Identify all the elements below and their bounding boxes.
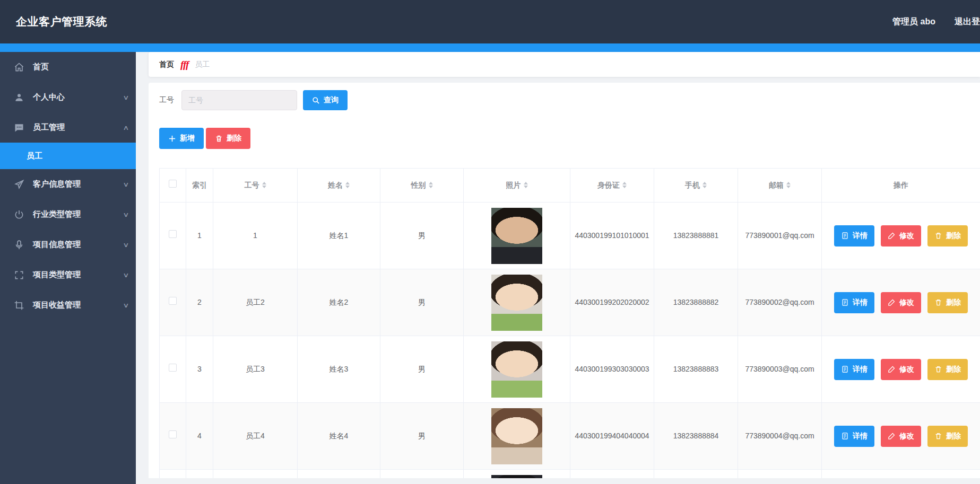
cell-id-card: 440300199202020002 (570, 269, 654, 336)
col-header-emp-no[interactable]: 工号 (213, 169, 298, 203)
cell-gender: 男 (380, 203, 464, 269)
col-header-gender[interactable]: 性别 (380, 169, 464, 203)
col-header-id-card[interactable]: 身份证 (570, 169, 654, 203)
chevron-down-icon: ∨ (123, 302, 129, 309)
cell-id-card: 440300199101010001 (570, 203, 654, 269)
sort-carets-icon[interactable] (703, 182, 707, 188)
row-checkbox[interactable] (169, 230, 177, 238)
delete-button[interactable]: 删除 (927, 292, 968, 313)
sort-carets-icon[interactable] (786, 182, 791, 188)
cell-phone: 13823888883 (654, 336, 738, 403)
cell-id-card: 440300199404040004 (570, 403, 654, 470)
table-toolbar: 新增 删除 (159, 128, 980, 149)
trash-icon (215, 135, 223, 143)
col-header-phone[interactable]: 手机 (654, 169, 738, 203)
detail-button[interactable]: 详情 (834, 359, 874, 380)
col-header-actions: 操作 (822, 169, 980, 203)
cell-select (160, 336, 186, 403)
document-icon (841, 432, 849, 440)
send-icon (14, 179, 24, 190)
current-user-label: 管理员 abo (892, 16, 935, 28)
cell-photo (464, 470, 570, 479)
sidebar-subitem-label: 员工 (27, 151, 42, 161)
sidebar-item-label: 员工管理 (33, 122, 65, 133)
sort-carets-icon[interactable] (429, 182, 433, 188)
cell-email: 773890003@qq.com (738, 336, 822, 403)
cell-gender: 男 (380, 269, 464, 336)
detail-button[interactable]: 详情 (834, 225, 874, 247)
sidebar-item-customer-info[interactable]: 客户信息管理∨ (0, 169, 136, 199)
select-all-checkbox[interactable] (169, 180, 177, 188)
table-row (160, 470, 980, 479)
col-header-select (160, 169, 186, 203)
delete-button[interactable]: 删除 (927, 426, 968, 447)
sidebar-menu: 首页个人中心∨员工管理∧员工客户信息管理∨行业类型管理∨项目信息管理∨项目类型管… (0, 52, 136, 484)
cell-photo (464, 403, 570, 470)
logout-link[interactable]: 退出登录 (955, 16, 980, 28)
empno-search-input[interactable] (181, 90, 297, 110)
sidebar-item-profile[interactable]: 个人中心∨ (0, 82, 136, 112)
cell-emp-no: 员工4 (213, 403, 298, 470)
chevron-down-icon: ∨ (123, 271, 129, 279)
sort-carets-icon[interactable] (345, 182, 350, 188)
main-area: 首页 fff 员工 工号 查询 新增 删除 (136, 52, 980, 484)
pen-icon (888, 232, 896, 240)
add-button[interactable]: 新增 (159, 128, 204, 149)
pen-icon (888, 365, 896, 373)
sidebar-item-home[interactable]: 首页 (0, 52, 136, 82)
crop-icon (14, 300, 24, 311)
cell-phone: 13823888881 (654, 203, 738, 269)
delete-button[interactable]: 删除 (927, 225, 968, 247)
sort-carets-icon[interactable] (524, 182, 528, 188)
cell-id-card (570, 470, 654, 479)
cell-actions: 详情修改删除 (822, 403, 980, 470)
breadcrumb-home[interactable]: 首页 (159, 60, 174, 69)
row-checkbox[interactable] (169, 364, 177, 372)
delete-button[interactable]: 删除 (927, 359, 968, 380)
cell-emp-no: 1 (213, 203, 298, 269)
sidebar-item-industry-type[interactable]: 行业类型管理∨ (0, 199, 136, 230)
cell-name: 姓名4 (298, 403, 380, 470)
trash-icon (934, 432, 942, 440)
batch-delete-button[interactable]: 删除 (206, 128, 250, 149)
sidebar-item-label: 项目收益管理 (33, 300, 81, 310)
cell-photo (464, 269, 570, 336)
sort-carets-icon[interactable] (622, 182, 627, 188)
col-header-name[interactable]: 姓名 (298, 169, 380, 203)
cell-photo (464, 203, 570, 269)
home-icon (14, 62, 24, 73)
row-checkbox[interactable] (169, 297, 177, 305)
chevron-up-icon: ∧ (123, 124, 129, 131)
sidebar-item-project-type[interactable]: 项目类型管理∨ (0, 260, 136, 290)
document-icon (841, 298, 849, 306)
edit-button[interactable]: 修改 (881, 426, 921, 447)
edit-button[interactable]: 修改 (881, 359, 921, 380)
edit-button[interactable]: 修改 (881, 225, 921, 247)
sort-carets-icon[interactable] (262, 182, 266, 188)
sidebar-subitem-employee[interactable]: 员工 (0, 143, 136, 169)
breadcrumb: 首页 fff 员工 (149, 52, 980, 77)
detail-button[interactable]: 详情 (834, 426, 874, 447)
employee-photo (491, 475, 542, 479)
breadcrumb-separator: fff (180, 59, 188, 71)
content-panel: 工号 查询 新增 删除 索引工号姓名性别照片身份证手机 (149, 83, 980, 478)
row-checkbox[interactable] (169, 430, 177, 438)
cell-emp-no: 员工2 (213, 269, 298, 336)
cell-index: 1 (186, 203, 213, 269)
sidebar-item-project-info[interactable]: 项目信息管理∨ (0, 230, 136, 260)
cell-select (160, 470, 186, 479)
cell-photo (464, 336, 570, 403)
cell-email: 773890002@qq.com (738, 269, 822, 336)
table-row: 11姓名1男4403001991010100011382388888177389… (160, 203, 980, 269)
edit-button[interactable]: 修改 (881, 292, 921, 313)
sidebar-item-label: 个人中心 (33, 92, 65, 102)
chevron-down-icon: ∨ (123, 94, 129, 101)
detail-button[interactable]: 详情 (834, 292, 874, 313)
sidebar-item-project-income[interactable]: 项目收益管理∨ (0, 290, 136, 320)
cell-phone: 13823888884 (654, 403, 738, 470)
col-header-photo[interactable]: 照片 (464, 169, 570, 203)
sidebar-item-employee-mgmt[interactable]: 员工管理∧ (0, 112, 136, 143)
query-button[interactable]: 查询 (303, 90, 348, 110)
cell-name: 姓名3 (298, 336, 380, 403)
col-header-email[interactable]: 邮箱 (738, 169, 822, 203)
